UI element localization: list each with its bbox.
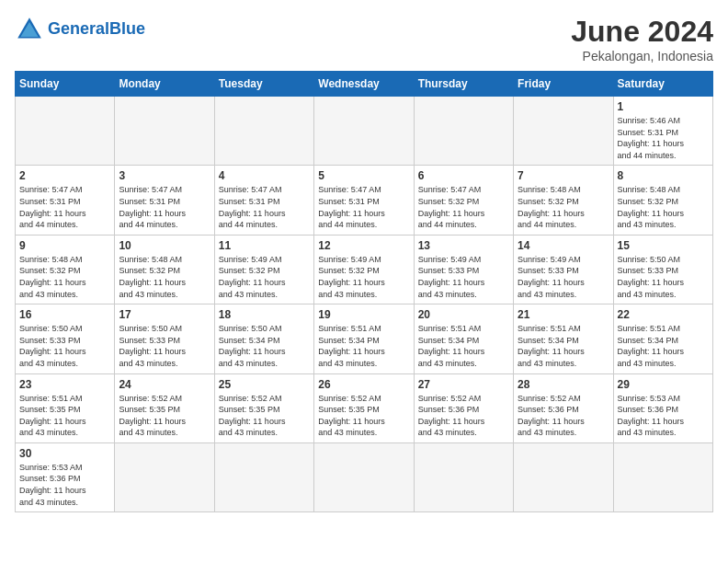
day-number: 10 (119, 239, 210, 252)
day-info: Sunrise: 5:47 AM Sunset: 5:31 PM Dayligh… (219, 184, 310, 230)
calendar-cell: 24Sunrise: 5:52 AM Sunset: 5:35 PM Dayli… (115, 373, 214, 442)
calendar-cell: 8Sunrise: 5:48 AM Sunset: 5:32 PM Daylig… (613, 166, 712, 235)
day-number: 12 (318, 239, 409, 252)
calendar-cell: 4Sunrise: 5:47 AM Sunset: 5:31 PM Daylig… (214, 166, 313, 235)
day-number: 22 (618, 308, 709, 321)
calendar-cell: 12Sunrise: 5:49 AM Sunset: 5:32 PM Dayli… (314, 235, 414, 304)
calendar-cell (16, 97, 115, 166)
calendar-cell: 11Sunrise: 5:49 AM Sunset: 5:32 PM Dayli… (214, 235, 313, 304)
logo-icon (15, 15, 44, 44)
day-info: Sunrise: 5:50 AM Sunset: 5:33 PM Dayligh… (618, 254, 709, 300)
title-block: June 2024 Pekalongan, Indonesia (571, 15, 713, 63)
calendar-cell: 1Sunrise: 5:46 AM Sunset: 5:31 PM Daylig… (613, 97, 712, 166)
calendar-cell: 17Sunrise: 5:50 AM Sunset: 5:33 PM Dayli… (115, 304, 214, 373)
day-number: 13 (418, 239, 509, 252)
day-number: 15 (618, 239, 709, 252)
weekday-header: Sunday (16, 72, 115, 97)
day-number: 4 (219, 169, 310, 182)
day-info: Sunrise: 5:48 AM Sunset: 5:32 PM Dayligh… (518, 184, 609, 230)
day-info: Sunrise: 5:50 AM Sunset: 5:33 PM Dayligh… (19, 323, 110, 369)
day-number: 1 (618, 100, 709, 113)
logo: GeneralBlue (15, 15, 145, 44)
day-info: Sunrise: 5:52 AM Sunset: 5:36 PM Dayligh… (418, 393, 509, 439)
calendar-cell: 3Sunrise: 5:47 AM Sunset: 5:31 PM Daylig… (115, 166, 214, 235)
calendar-cell (115, 442, 214, 511)
calendar-cell (514, 442, 613, 511)
day-info: Sunrise: 5:51 AM Sunset: 5:34 PM Dayligh… (618, 323, 709, 369)
day-info: Sunrise: 5:51 AM Sunset: 5:34 PM Dayligh… (318, 323, 409, 369)
calendar-cell: 9Sunrise: 5:48 AM Sunset: 5:32 PM Daylig… (16, 235, 115, 304)
day-info: Sunrise: 5:51 AM Sunset: 5:34 PM Dayligh… (418, 323, 509, 369)
calendar-cell (613, 442, 712, 511)
day-number: 26 (318, 378, 409, 391)
day-number: 19 (318, 308, 409, 321)
day-info: Sunrise: 5:52 AM Sunset: 5:35 PM Dayligh… (219, 393, 310, 439)
day-info: Sunrise: 5:47 AM Sunset: 5:32 PM Dayligh… (418, 184, 509, 230)
day-info: Sunrise: 5:53 AM Sunset: 5:36 PM Dayligh… (618, 393, 709, 439)
day-number: 3 (119, 169, 210, 182)
calendar-cell: 28Sunrise: 5:52 AM Sunset: 5:36 PM Dayli… (514, 373, 613, 442)
day-info: Sunrise: 5:47 AM Sunset: 5:31 PM Dayligh… (19, 184, 110, 230)
calendar-cell: 27Sunrise: 5:52 AM Sunset: 5:36 PM Dayli… (414, 373, 513, 442)
day-number: 28 (518, 378, 609, 391)
weekday-header: Tuesday (214, 72, 313, 97)
week-row: 9Sunrise: 5:48 AM Sunset: 5:32 PM Daylig… (16, 235, 713, 304)
day-number: 6 (418, 169, 509, 182)
calendar-cell: 22Sunrise: 5:51 AM Sunset: 5:34 PM Dayli… (613, 304, 712, 373)
day-info: Sunrise: 5:50 AM Sunset: 5:33 PM Dayligh… (119, 323, 210, 369)
day-number: 21 (518, 308, 609, 321)
day-info: Sunrise: 5:52 AM Sunset: 5:35 PM Dayligh… (119, 393, 210, 439)
day-number: 14 (518, 239, 609, 252)
calendar-body: 1Sunrise: 5:46 AM Sunset: 5:31 PM Daylig… (16, 97, 713, 512)
calendar-cell: 25Sunrise: 5:52 AM Sunset: 5:35 PM Dayli… (214, 373, 313, 442)
day-number: 24 (119, 378, 210, 391)
day-number: 20 (418, 308, 509, 321)
day-info: Sunrise: 5:52 AM Sunset: 5:36 PM Dayligh… (518, 393, 609, 439)
calendar-cell (314, 97, 414, 166)
day-number: 23 (19, 378, 110, 391)
calendar-cell: 14Sunrise: 5:49 AM Sunset: 5:33 PM Dayli… (514, 235, 613, 304)
calendar-cell (214, 442, 313, 511)
day-info: Sunrise: 5:49 AM Sunset: 5:32 PM Dayligh… (219, 254, 310, 300)
calendar-cell: 29Sunrise: 5:53 AM Sunset: 5:36 PM Dayli… (613, 373, 712, 442)
day-info: Sunrise: 5:48 AM Sunset: 5:32 PM Dayligh… (119, 254, 210, 300)
day-info: Sunrise: 5:47 AM Sunset: 5:31 PM Dayligh… (119, 184, 210, 230)
week-row: 23Sunrise: 5:51 AM Sunset: 5:35 PM Dayli… (16, 373, 713, 442)
calendar-cell: 23Sunrise: 5:51 AM Sunset: 5:35 PM Dayli… (16, 373, 115, 442)
day-info: Sunrise: 5:50 AM Sunset: 5:34 PM Dayligh… (219, 323, 310, 369)
day-info: Sunrise: 5:51 AM Sunset: 5:34 PM Dayligh… (518, 323, 609, 369)
day-info: Sunrise: 5:49 AM Sunset: 5:32 PM Dayligh… (318, 254, 409, 300)
calendar-cell: 6Sunrise: 5:47 AM Sunset: 5:32 PM Daylig… (414, 166, 513, 235)
day-number: 29 (618, 378, 709, 391)
calendar-cell: 21Sunrise: 5:51 AM Sunset: 5:34 PM Dayli… (514, 304, 613, 373)
calendar-cell: 20Sunrise: 5:51 AM Sunset: 5:34 PM Dayli… (414, 304, 513, 373)
day-number: 5 (318, 169, 409, 182)
calendar-cell: 5Sunrise: 5:47 AM Sunset: 5:31 PM Daylig… (314, 166, 414, 235)
weekday-header: Saturday (613, 72, 712, 97)
day-info: Sunrise: 5:49 AM Sunset: 5:33 PM Dayligh… (418, 254, 509, 300)
week-row: 30Sunrise: 5:53 AM Sunset: 5:36 PM Dayli… (16, 442, 713, 511)
logo-blue: Blue (109, 19, 145, 38)
calendar-cell: 7Sunrise: 5:48 AM Sunset: 5:32 PM Daylig… (514, 166, 613, 235)
page-header: GeneralBlue June 2024 Pekalongan, Indone… (15, 15, 713, 63)
day-number: 25 (219, 378, 310, 391)
day-info: Sunrise: 5:51 AM Sunset: 5:35 PM Dayligh… (19, 393, 110, 439)
weekday-row: SundayMondayTuesdayWednesdayThursdayFrid… (16, 72, 713, 97)
day-info: Sunrise: 5:48 AM Sunset: 5:32 PM Dayligh… (618, 184, 709, 230)
calendar-table: SundayMondayTuesdayWednesdayThursdayFrid… (15, 71, 713, 512)
calendar-cell: 16Sunrise: 5:50 AM Sunset: 5:33 PM Dayli… (16, 304, 115, 373)
weekday-header: Wednesday (314, 72, 414, 97)
day-number: 30 (19, 447, 110, 460)
weekday-header: Friday (514, 72, 613, 97)
day-number: 18 (219, 308, 310, 321)
day-info: Sunrise: 5:47 AM Sunset: 5:31 PM Dayligh… (318, 184, 409, 230)
calendar-cell: 13Sunrise: 5:49 AM Sunset: 5:33 PM Dayli… (414, 235, 513, 304)
day-number: 9 (19, 239, 110, 252)
day-number: 8 (618, 169, 709, 182)
calendar-cell: 30Sunrise: 5:53 AM Sunset: 5:36 PM Dayli… (16, 442, 115, 511)
logo-text: GeneralBlue (48, 20, 145, 39)
calendar-cell (414, 97, 513, 166)
calendar-cell: 10Sunrise: 5:48 AM Sunset: 5:32 PM Dayli… (115, 235, 214, 304)
day-info: Sunrise: 5:53 AM Sunset: 5:36 PM Dayligh… (19, 462, 110, 508)
day-info: Sunrise: 5:52 AM Sunset: 5:35 PM Dayligh… (318, 393, 409, 439)
